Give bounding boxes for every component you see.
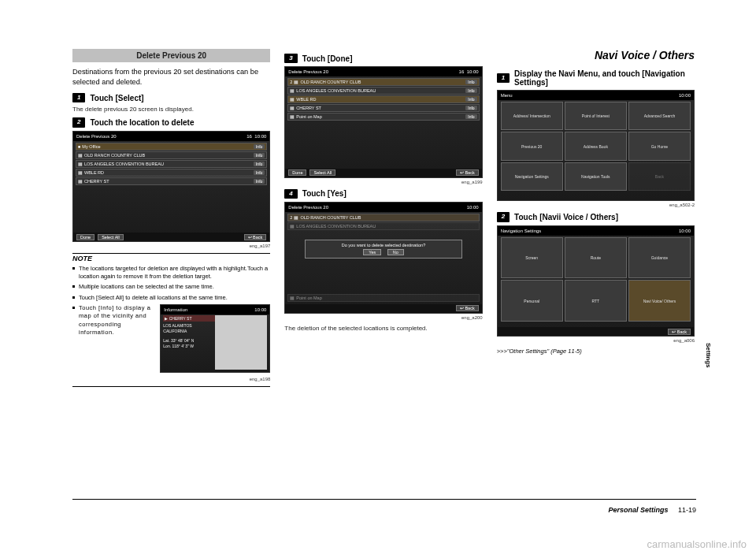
- lon: Lon. 118° 4' 3" W: [163, 344, 215, 349]
- menu-item: Go Home: [628, 132, 691, 160]
- step-subtext: The delete previous 20 screen is display…: [72, 106, 270, 113]
- watermark: carmanualsonline.info: [647, 538, 747, 550]
- screenshot-menu: Menu 10:00 Address/ Intersection Point o…: [497, 90, 695, 201]
- screenshot-nav-settings: Navigation Settings 10:00 Screen Route G…: [497, 225, 695, 337]
- side-tab: Settings: [701, 333, 712, 378]
- step-badge: 2: [72, 117, 85, 127]
- menu-item: Navigation Tools: [565, 162, 627, 191]
- note-item: The locations targeted for deletion are …: [72, 265, 270, 281]
- clock: 10:00: [679, 229, 691, 233]
- step-badge: 3: [284, 54, 297, 63]
- back-label: Back: [677, 329, 687, 334]
- step-3: 3 Touch [Done]: [284, 54, 482, 63]
- end-text: The deletion of the selected locations i…: [284, 325, 482, 332]
- menu-item: Advanced Search: [628, 102, 691, 130]
- dialog-text: Do you want to delete selected destinati…: [308, 243, 458, 247]
- screen-title: Delete Previous 20: [76, 134, 117, 139]
- clock: 10:00: [467, 205, 479, 210]
- step-label: Display the Navi Menu, and touch [Naviga…: [514, 69, 695, 87]
- step-label: Touch [Select]: [90, 94, 143, 102]
- menu-item: Navigation Settings: [501, 162, 563, 191]
- list-item: Point on Map: [296, 114, 321, 119]
- section-header: Delete Previous 20: [72, 49, 270, 62]
- list-item: OLD RANCH COUNTRY CLUB: [84, 153, 145, 158]
- screen-title: Delete Previous 20: [288, 205, 328, 210]
- info-button: Info: [465, 114, 476, 119]
- chapter-name: Personal Settings: [608, 506, 668, 514]
- figure-caption: eng_a200: [284, 315, 482, 320]
- step-2: 2 Touch the location to delete: [72, 117, 270, 127]
- screen-title: Information: [164, 307, 187, 313]
- figure-caption: eng_a006: [497, 338, 695, 343]
- footer-rule: [72, 499, 696, 500]
- ref-text: "Other Settings" (Page 11-5): [507, 348, 582, 355]
- menu-item: Screen: [501, 237, 563, 279]
- list-item: LOS ANGELES CONVENTION BUREAU: [296, 88, 376, 93]
- page-footer: Personal Settings 11-19: [608, 506, 696, 514]
- back-label: Back: [465, 170, 474, 175]
- list-item: CHERRY ST: [296, 106, 321, 110]
- back-button: ↩ Back: [668, 329, 691, 335]
- no-button: No: [387, 249, 404, 255]
- info-button: Info: [254, 144, 265, 149]
- step-1: 1 Touch [Select]: [72, 93, 270, 102]
- page-number: 11-19: [678, 506, 696, 514]
- screen-title: Navigation Settings: [501, 229, 542, 233]
- count: 16: [246, 134, 252, 139]
- step-label: Touch [Navii Voice / Others]: [514, 213, 618, 221]
- back-button: ↩ Back: [456, 169, 479, 176]
- menu-item: Address/ Intersection: [501, 102, 563, 130]
- clock: 10:00: [467, 69, 479, 74]
- step-1: 1 Display the Navi Menu, and touch [Navi…: [497, 69, 695, 87]
- cross-reference: >>>"Other Settings" (Page 11-5): [497, 348, 695, 355]
- step-label: Touch the location to delete: [90, 118, 194, 127]
- intro-text: Destinations from the previous 20 set de…: [72, 67, 270, 87]
- confirm-dialog: Do you want to delete selected destinati…: [305, 240, 461, 259]
- menu-item: Navi Voice/ Others: [628, 280, 691, 322]
- screenshot-delete-list: Delete Previous 20 16 10:00 ■My OfficeIn…: [72, 131, 270, 242]
- column-1: Delete Previous 20 Destinations from the…: [72, 49, 270, 506]
- info-button: Info: [465, 80, 476, 84]
- figure-caption: eng_a197: [72, 244, 270, 248]
- list-item: CHERRY ST: [84, 179, 109, 184]
- step-badge: 1: [497, 73, 510, 83]
- figure-caption: eng_a199: [284, 180, 482, 184]
- back-button: ↩ Back: [456, 305, 479, 311]
- menu-item: Route: [565, 237, 627, 279]
- note-text: Touch [Info] to display a map of the vic…: [79, 304, 155, 337]
- info-button: Info: [254, 153, 265, 158]
- step-badge: 1: [72, 93, 85, 102]
- info-button: Info: [465, 88, 476, 93]
- list-item: LOS ANGELES CONVENTION BUREAU: [296, 224, 376, 229]
- menu-item: RTT: [565, 280, 627, 322]
- arrows: >>>: [497, 348, 507, 355]
- dest-name: CHERRY ST: [169, 316, 192, 321]
- step-4: 4 Touch [Yes]: [284, 189, 482, 199]
- section-title: Navi Voice / Others: [497, 49, 695, 61]
- list-item: Point on Map: [296, 296, 321, 300]
- info-button: Info: [465, 106, 476, 110]
- column-2: 3 Touch [Done] Delete Previous 20 16 10:…: [284, 49, 482, 506]
- list-item: WBLE RD: [296, 97, 316, 102]
- list-item: OLD RANCH COUNTRY CLUB: [300, 80, 361, 84]
- done-button: Done: [76, 234, 94, 240]
- figure-caption: eng_a502-2: [497, 203, 695, 207]
- menu-item: Back: [628, 162, 691, 191]
- back-label: Back: [465, 306, 474, 311]
- back-label: Back: [253, 235, 262, 240]
- count: 16: [459, 69, 465, 74]
- rule: [72, 386, 270, 387]
- step-badge: 4: [284, 189, 297, 199]
- screenshot-done: Delete Previous 20 16 10:00 2▦OLD RANCH …: [284, 66, 482, 177]
- clock: 10:00: [254, 307, 266, 313]
- select-all-button: Select All: [98, 234, 124, 240]
- yes-button: Yes: [363, 249, 381, 255]
- menu-item: Address Book: [565, 132, 627, 160]
- clock: 10:00: [254, 134, 266, 139]
- note-item: Multiple locations can be selected at th…: [72, 283, 270, 291]
- page-content: Delete Previous 20 Destinations from the…: [72, 49, 695, 506]
- menu-item: Point of Interest: [565, 102, 627, 130]
- info-button: Info: [465, 97, 476, 102]
- screen-title: Menu: [501, 93, 513, 98]
- list-item: OLD RANCH COUNTRY CLUB: [300, 215, 361, 220]
